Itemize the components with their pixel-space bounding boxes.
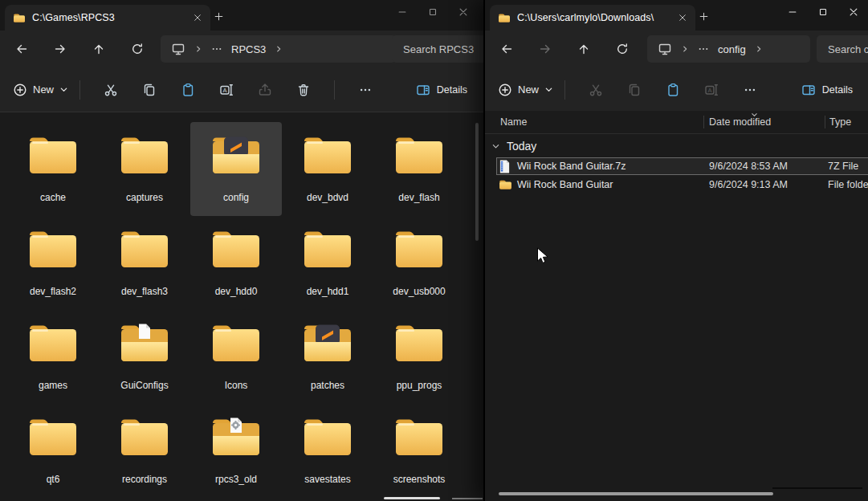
forward-button[interactable] [532, 36, 558, 62]
address-bar[interactable]: RPCS3 [161, 35, 396, 63]
plus-circle-icon [498, 83, 512, 97]
plus-circle-icon [13, 83, 27, 97]
folder-icon [498, 13, 511, 23]
up-button[interactable] [571, 36, 597, 62]
new-button[interactable]: New [13, 83, 68, 97]
share-button[interactable] [246, 75, 284, 104]
this-pc-icon[interactable] [658, 42, 672, 56]
column-header-type[interactable]: Type [829, 111, 851, 133]
breadcrumb-ellipsis[interactable] [211, 43, 222, 55]
tab-close-icon[interactable] [189, 10, 206, 26]
horizontal-scrollbar-thumb[interactable] [384, 497, 440, 499]
close-button[interactable] [448, 0, 479, 24]
address-bar[interactable]: config [647, 35, 810, 63]
folder-item[interactable]: cache [7, 122, 99, 216]
folder-item[interactable]: captures [99, 122, 190, 216]
rename-button[interactable]: A [692, 75, 731, 104]
tab-close-icon[interactable] [674, 10, 691, 26]
folder-item[interactable]: dev_usb000 [373, 216, 465, 310]
folder-item[interactable]: dev_flash3 [99, 216, 190, 310]
more-options-button[interactable] [731, 75, 769, 104]
command-bar: New A Details [485, 67, 868, 112]
maximize-button[interactable] [808, 0, 838, 24]
folder-item[interactable]: patches [282, 310, 373, 404]
back-button[interactable] [9, 36, 35, 62]
paste-button[interactable] [654, 75, 692, 104]
maximize-button[interactable] [418, 0, 448, 24]
folder-item[interactable]: dev_flash2 [7, 216, 99, 310]
folder-item[interactable]: GuiConfigs [99, 310, 190, 404]
folder-item[interactable]: ppu_progs [373, 310, 465, 404]
forward-button[interactable] [47, 36, 73, 62]
this-pc-icon[interactable] [171, 42, 185, 56]
chevron-down-icon [59, 85, 68, 94]
chevron-right-icon[interactable] [275, 45, 283, 53]
cut-button[interactable] [92, 75, 130, 104]
search-input[interactable]: Search config [817, 35, 868, 63]
minimize-button[interactable] [387, 0, 418, 24]
rename-button[interactable]: A [207, 75, 246, 104]
folder-item[interactable]: dev_bdvd [282, 122, 373, 216]
refresh-button[interactable] [124, 36, 150, 62]
sort-chevron-icon [750, 106, 759, 125]
folder-item[interactable]: recordings [99, 404, 190, 498]
breadcrumb-folder[interactable]: config [718, 43, 746, 55]
breadcrumb-folder[interactable]: RPCS3 [231, 43, 266, 55]
cut-button[interactable] [577, 75, 615, 104]
tab-downloads[interactable]: C:\Users\carlmylo\Downloads\ [490, 5, 695, 31]
folder-label: captures [126, 192, 163, 203]
file-row[interactable]: Wii Rock Band Guitar.7z 9/6/2024 8:53 AM… [496, 157, 868, 175]
breadcrumb-ellipsis[interactable] [698, 43, 709, 55]
chevron-right-icon[interactable] [681, 45, 689, 53]
vertical-scrollbar[interactable] [475, 123, 479, 241]
folder-label: patches [311, 380, 344, 391]
tab-rpcs3[interactable]: C:\Games\RPCS3 [5, 5, 210, 31]
new-button[interactable]: New [498, 83, 553, 97]
folder-item[interactable]: qt6 [7, 404, 99, 498]
new-tab-button[interactable] [695, 7, 712, 25]
file-row[interactable]: Wii Rock Band Guitar 9/6/2024 9:13 AM Fi… [496, 176, 868, 193]
column-divider[interactable] [825, 116, 825, 128]
folder-item[interactable]: savestates [282, 404, 373, 498]
details-view-button[interactable]: Details [801, 83, 868, 97]
details-pane-icon [416, 83, 430, 97]
folder-item[interactable]: dev_hdd1 [282, 216, 373, 310]
chevron-right-icon[interactable] [194, 45, 202, 53]
folder-item[interactable]: games [7, 310, 99, 404]
folder-item[interactable]: config [190, 122, 282, 216]
copy-button[interactable] [615, 75, 654, 104]
folder-icon [210, 132, 262, 176]
column-header-name[interactable]: Name [500, 111, 527, 133]
folder-icon [119, 226, 170, 270]
back-button[interactable] [494, 36, 520, 62]
details-view-button[interactable]: Details [416, 83, 483, 97]
column-header-date-modified[interactable]: Date modified [709, 111, 771, 133]
folder-icon [119, 413, 170, 458]
delete-button[interactable] [284, 75, 323, 104]
folder-icon [27, 320, 79, 364]
folder-item[interactable]: Icons [190, 310, 282, 404]
caption-buttons [387, 0, 479, 24]
file-date-modified: 9/6/2024 8:53 AM [709, 157, 788, 175]
folder-item[interactable]: dev_flash [373, 122, 465, 216]
folder-label: recordings [122, 474, 167, 485]
new-tab-button[interactable] [210, 7, 227, 25]
folder-icon [393, 320, 445, 364]
horizontal-scrollbar-thumb[interactable] [499, 492, 773, 495]
folder-icon [393, 413, 445, 458]
folder-item[interactable]: dev_hdd0 [190, 216, 282, 310]
up-button[interactable] [86, 36, 112, 62]
chevron-right-icon[interactable] [755, 45, 763, 53]
folder-item[interactable]: rpcs3_old [190, 404, 282, 498]
divider [334, 80, 335, 100]
paste-button[interactable] [169, 75, 207, 104]
refresh-button[interactable] [609, 36, 635, 62]
copy-button[interactable] [130, 75, 169, 104]
more-options-button[interactable] [346, 75, 385, 104]
column-divider[interactable] [703, 116, 704, 128]
close-button[interactable] [838, 0, 868, 24]
folder-item[interactable]: screenshots [373, 404, 465, 498]
folder-icon [210, 226, 262, 270]
minimize-button[interactable] [777, 0, 808, 24]
search-input[interactable]: Search RPCS3 [392, 35, 483, 63]
